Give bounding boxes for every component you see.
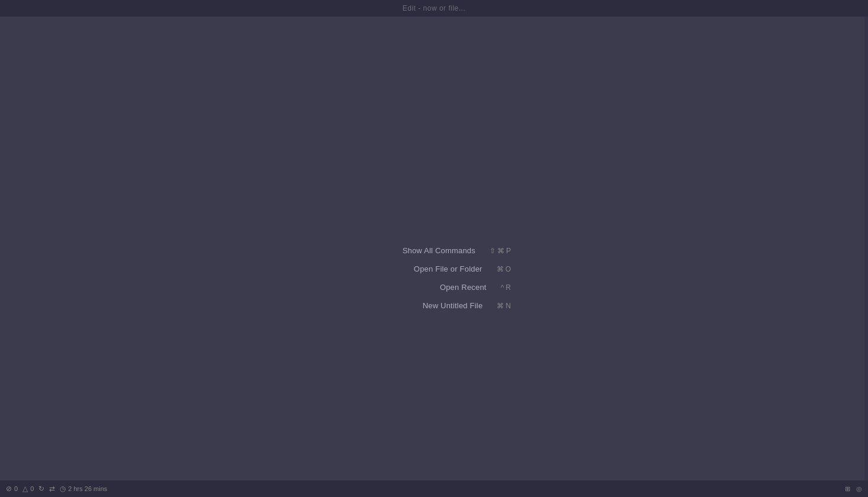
menu-item-show-all-commands[interactable]: Show All Commands⇧⌘P	[357, 241, 511, 260]
menu-item-shortcut-show-all-commands: ⇧⌘P	[490, 246, 511, 254]
shortcut-key-open-file-or-folder-0: ⌘	[497, 264, 504, 273]
main-content: Show All Commands⇧⌘POpen File or Folder⌘…	[0, 17, 868, 480]
status-right-icon1[interactable]: ⊞	[845, 485, 850, 493]
menu-item-open-recent[interactable]: Open Recent^R	[357, 278, 511, 296]
timer-value: 2 hrs 26 mins	[68, 485, 107, 492]
menu-container: Show All Commands⇧⌘POpen File or Folder⌘…	[357, 241, 511, 315]
refresh-icon: ↻	[38, 485, 44, 493]
status-right: ⊞ ◎	[845, 485, 862, 493]
shortcut-key-show-all-commands-1: ⌘	[497, 246, 504, 254]
menu-item-shortcut-new-untitled-file: ⌘N	[497, 301, 511, 309]
status-left: ⊘ 0 △ 0 ↻ ⇄ ◷ 2 hrs 26 mins	[6, 485, 107, 493]
status-bar: ⊘ 0 △ 0 ↻ ⇄ ◷ 2 hrs 26 mins ⊞ ◎	[0, 480, 868, 497]
menu-item-label-open-file-or-folder: Open File or Folder	[357, 264, 482, 273]
timer-item: ◷ 2 hrs 26 mins	[60, 485, 107, 493]
menu-item-label-new-untitled-file: New Untitled File	[357, 301, 482, 310]
sync-icon: ⇄	[49, 485, 55, 493]
window-title: Edit - now or file...	[403, 4, 466, 12]
menu-item-label-open-recent: Open Recent	[357, 283, 487, 292]
shortcut-key-open-file-or-folder-1: O	[506, 264, 511, 273]
sync-item[interactable]: ⇄	[49, 485, 55, 493]
clock-icon: ◷	[60, 485, 66, 493]
shortcut-key-new-untitled-file-0: ⌘	[497, 301, 504, 309]
error-count-item[interactable]: ⊘ 0	[6, 485, 18, 493]
warning-icon: △	[22, 485, 28, 493]
scrollbar-track[interactable]	[864, 17, 868, 480]
shortcut-key-show-all-commands-2: P	[506, 246, 511, 254]
menu-item-shortcut-open-recent: ^R	[501, 283, 511, 291]
warning-count: 0	[30, 485, 34, 492]
error-count: 0	[14, 485, 18, 492]
shortcut-key-new-untitled-file-1: N	[506, 301, 511, 309]
layout-icon: ⊞	[845, 485, 850, 493]
refresh-item[interactable]: ↻	[38, 485, 44, 493]
shortcut-key-open-recent-1: R	[506, 283, 511, 291]
menu-item-new-untitled-file[interactable]: New Untitled File⌘N	[357, 296, 511, 315]
error-icon: ⊘	[6, 485, 12, 493]
shortcut-key-open-recent-0: ^	[501, 283, 504, 291]
broadcast-icon: ◎	[856, 485, 862, 493]
title-bar: Edit - now or file...	[0, 0, 868, 17]
warning-count-item[interactable]: △ 0	[22, 485, 34, 493]
status-right-icon2[interactable]: ◎	[856, 485, 862, 493]
menu-item-open-file-or-folder[interactable]: Open File or Folder⌘O	[357, 260, 511, 278]
shortcut-key-show-all-commands-0: ⇧	[490, 246, 495, 254]
menu-item-shortcut-open-file-or-folder: ⌘O	[497, 264, 511, 273]
menu-item-label-show-all-commands: Show All Commands	[357, 246, 475, 255]
